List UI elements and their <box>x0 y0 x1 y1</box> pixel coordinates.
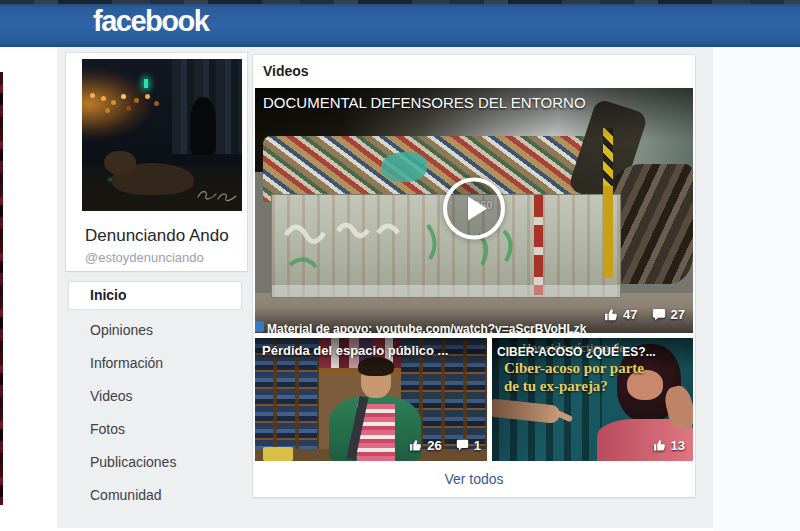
photo-watermark-signature <box>196 187 238 207</box>
photo-street-glow <box>82 69 152 139</box>
sidebar-item-comunidad[interactable]: Comunidad <box>68 479 242 512</box>
thumbnail-stats: 13 <box>653 438 685 453</box>
thumbs-up-icon <box>604 308 618 322</box>
featured-video-caption: Material de apoyo: youtube.com/watch?v=a… <box>267 322 691 333</box>
like-count: 13 <box>671 438 685 453</box>
sidebar-item-informacion[interactable]: Información <box>68 347 242 380</box>
sidebar-item-inicio[interactable]: Inicio <box>68 281 242 310</box>
thumbnail-overlay-text-line1: Ciber-acoso por parte <box>504 360 644 377</box>
sidebar-item-opiniones[interactable]: Opiniones <box>68 314 242 347</box>
thumbs-up-icon <box>409 439 422 452</box>
comment-count: 1 <box>474 438 481 453</box>
featured-video-thumbnail[interactable]: 2260 DOCUMENTAL DEFENSORES DEL ENTORNO 4… <box>255 88 693 333</box>
left-edge-artifact <box>0 72 3 505</box>
thumbs-up-icon <box>653 439 666 452</box>
sidebar-item-fotos[interactable]: Fotos <box>68 413 242 446</box>
play-button-icon[interactable] <box>443 177 505 239</box>
like-count: 26 <box>427 438 441 453</box>
video-scene-yellow-pole <box>603 128 613 278</box>
thumbnail-title: CIBER-ACOSO ¿QUÉ ES?... <box>497 345 656 359</box>
videos-section-title: Videos <box>263 63 309 79</box>
see-all-videos-link[interactable]: Ver todos <box>253 461 695 497</box>
facebook-logo[interactable]: facebook <box>93 5 208 38</box>
featured-comment-count: 27 <box>671 307 685 322</box>
thumbnail-title: Pérdida del espacio público ... <box>262 343 483 358</box>
right-margin <box>713 46 800 531</box>
thumbnail-overlay-text-line2: de tu ex-pareja? <box>504 378 608 395</box>
photo-traffic-light <box>144 79 148 88</box>
featured-video-stats: 47 27 <box>604 307 685 322</box>
video-thumbnail-ciber-acoso[interactable]: Has sido víctima de CIBER-ACOSO ¿QUÉ ES?… <box>492 338 693 461</box>
comment-icon <box>456 439 469 452</box>
sidebar-item-publicaciones[interactable]: Publicaciones <box>68 446 242 479</box>
sidebar-item-videos[interactable]: Videos <box>68 380 242 413</box>
video-thumbnail-espacio-publico[interactable]: Pérdida del espacio público ... 26 1 <box>255 338 487 461</box>
comment-icon <box>652 308 666 322</box>
thumbnail-stats: 26 1 <box>409 438 481 453</box>
store-yellow-box <box>263 447 293 461</box>
facebook-header-bar: facebook <box>0 0 800 47</box>
video-scene-trash-pile <box>263 136 615 202</box>
featured-video-title: DOCUMENTAL DEFENSORES DEL ENTORNO <box>263 94 685 111</box>
featured-like-count: 47 <box>623 307 637 322</box>
facebook-page-screenshot: facebook Denunciando Ando @estoydenuncia… <box>0 0 800 531</box>
photo-person-silhouette <box>190 97 216 155</box>
page-handle: @estoydenunciando <box>85 250 204 265</box>
video-badge-icon <box>255 321 264 332</box>
videos-section-card: Videos 2260 DOCUMENTAL DEFENSORES DEL EN <box>253 55 695 497</box>
profile-photo[interactable] <box>82 59 242 211</box>
sidebar-nav: Inicio Opiniones Información Videos Foto… <box>68 281 242 512</box>
video-scene-teal-bag <box>381 152 427 182</box>
dumpster-red-stripe <box>534 195 543 295</box>
photo-bokeh-lights <box>90 93 95 98</box>
photo-dog <box>112 163 194 195</box>
page-name[interactable]: Denunciando Ando <box>85 226 229 246</box>
